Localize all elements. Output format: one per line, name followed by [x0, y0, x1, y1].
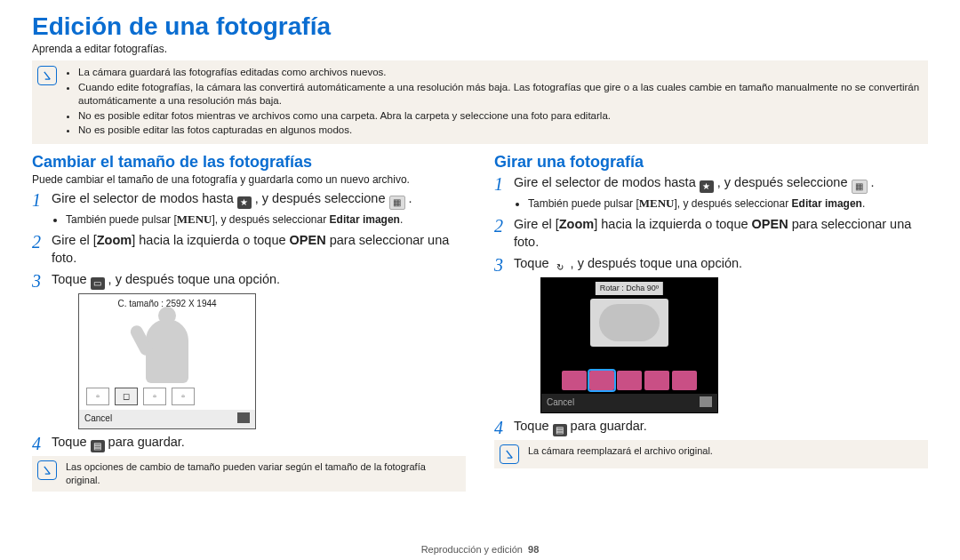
step-2: Gire el [Zoom] hacia la izquierda o toqu… [32, 231, 466, 268]
section-heading: Cambiar el tamaño de las fotografías [32, 153, 466, 172]
rotate-thumb-selected[interactable] [589, 371, 614, 390]
step-3: Toque ▭ , y después toque una opción. C.… [32, 270, 466, 429]
rotate-thumb[interactable] [562, 371, 587, 390]
step-4: Toque ▤ para guardar. [32, 433, 466, 452]
save-icon[interactable] [700, 396, 712, 407]
size-option[interactable]: ▫ [172, 388, 195, 405]
top-notes-list: La cámara guardará las fotografías edita… [66, 66, 921, 139]
note-item: No es posible editar las fotos capturada… [78, 124, 921, 138]
size-option-selected[interactable]: ◻ [115, 388, 138, 405]
note-item: No es posible editar fotos mientras ve a… [78, 109, 921, 124]
rotate-thumb[interactable] [672, 371, 697, 390]
rotate-thumbnails [541, 367, 717, 394]
rotate-icon: ↻ [553, 261, 567, 274]
note-text: La cámara reemplazará el archivo origina… [528, 444, 713, 464]
bottom-notebox-left: Las opciones de cambio de tamaño pueden … [32, 456, 466, 492]
edit-image-icon: ▦ [389, 196, 405, 210]
rotate-thumb[interactable] [644, 371, 669, 390]
substep: También puede pulsar [MENU], y después s… [66, 212, 466, 228]
note-text: Las opciones de cambio de tamaño pueden … [66, 460, 459, 487]
save-icon: ▤ [553, 424, 567, 436]
mode-dial-icon: ★ [700, 180, 714, 193]
cancel-button[interactable]: Cancel [547, 396, 574, 409]
note-icon [37, 460, 57, 480]
size-option[interactable]: ▫ [86, 388, 109, 405]
section-lead: Puede cambiar el tamaño de una fotografí… [32, 173, 466, 186]
screenshot-resize: C. tamaño : 2592 X 1944 ▫ ◻ ▫ ▫ Cancel [78, 293, 256, 429]
silhouette-icon [146, 319, 188, 383]
step-2: Gire el [Zoom] hacia la izquierda o toqu… [494, 215, 928, 252]
note-item: La cámara guardará las fotografías edita… [78, 66, 921, 80]
substep: También puede pulsar [MENU], y después s… [528, 196, 928, 212]
size-toolbar: ▫ ◻ ▫ ▫ [79, 383, 255, 410]
size-option[interactable]: ▫ [143, 388, 166, 405]
edit-image-icon: ▦ [852, 180, 868, 194]
step-4: Toque ▤ para guardar. [494, 417, 928, 436]
screenshot-rotate: Rotar : Dcha 90º Cancel [540, 277, 718, 413]
resize-icon: ▭ [91, 277, 105, 290]
mode-dial-icon: ★ [237, 196, 252, 209]
save-icon: ▤ [91, 440, 105, 452]
step-1: Gire el selector de modos hasta ★ , y de… [494, 173, 928, 212]
note-icon [37, 66, 57, 85]
screenshot-header: Rotar : Dcha 90º [596, 282, 663, 295]
menu-key: MENU [639, 196, 675, 210]
top-notebox: La cámara guardará las fotografías edita… [32, 60, 928, 144]
page-subtitle: Aprenda a editar fotografías. [32, 43, 928, 55]
page-footer: Reproducción y edición 98 [0, 544, 960, 555]
bottom-notebox-right: La cámara reemplazará el archivo origina… [494, 440, 928, 468]
step-1: Gire el selector de modos hasta ★ , y de… [32, 189, 466, 228]
column-rotate-photo: Girar una fotografía Gire el selector de… [494, 153, 928, 500]
section-heading: Girar una fotografía [494, 153, 928, 172]
page-title: Edición de una fotografía [32, 12, 928, 41]
rotate-thumb[interactable] [617, 371, 642, 390]
note-item: Cuando edite fotografías, la cámara las … [78, 81, 921, 108]
save-icon[interactable] [237, 412, 250, 423]
column-resize-photos: Cambiar el tamaño de las fotografías Pue… [32, 153, 466, 500]
screenshot-body [79, 310, 255, 383]
menu-key: MENU [177, 212, 212, 226]
rotated-preview [590, 299, 668, 347]
step-3: Toque ↻ , y después toque una opción. Ro… [494, 254, 928, 413]
cancel-button[interactable]: Cancel [84, 412, 112, 425]
note-icon [500, 444, 519, 464]
